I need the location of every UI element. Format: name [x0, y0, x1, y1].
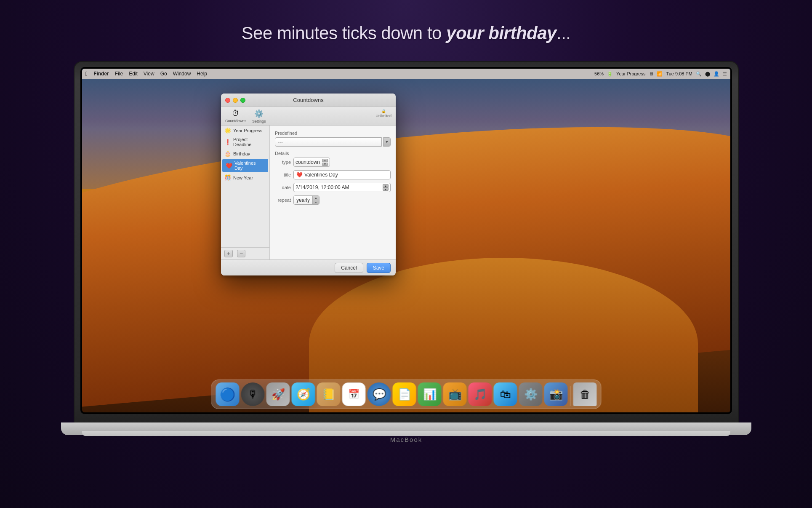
type-field-label: type: [275, 160, 291, 165]
menu-go[interactable]: Go: [160, 71, 167, 77]
sidebar-item-birthday[interactable]: 🎂 Birthday: [221, 149, 269, 158]
unlock-button[interactable]: 🔒 Unlimited: [375, 109, 391, 118]
battery-percent: 56%: [594, 71, 604, 76]
messages-icon: 💬: [373, 388, 386, 401]
dock-icon-keynote[interactable]: 📺: [443, 382, 467, 406]
dock-icon-numbers[interactable]: 📊: [418, 382, 442, 406]
sidebar: 🌟 Year Progress ❗ Project Deadline 🎂 Bir: [221, 126, 270, 259]
siri-icon: 🎙: [248, 388, 258, 401]
minimize-button[interactable]: [233, 98, 238, 103]
safari-icon: 🧭: [297, 388, 310, 401]
dock-icon-messages[interactable]: 💬: [367, 382, 391, 406]
menu-window[interactable]: Window: [173, 71, 191, 77]
predefined-label: Predefined: [275, 131, 391, 136]
predefined-value: ---: [278, 139, 283, 145]
main-content-area: Predefined --- ▼: [270, 126, 396, 259]
type-stepper-up[interactable]: ▲: [322, 159, 328, 162]
sidebar-item-valentines[interactable]: ❤️ Valentines Day: [222, 159, 268, 172]
title-field-label: title: [275, 172, 291, 177]
appstore-icon: 🛍: [500, 388, 511, 401]
dock-icon-notefile[interactable]: 📒: [317, 382, 341, 406]
deadline-label: Project Deadline: [233, 137, 266, 147]
valentines-label: Valentines Day: [234, 160, 265, 171]
save-button[interactable]: Save: [367, 263, 391, 273]
repeat-field-label: repeat: [275, 198, 291, 203]
dock-icon-googledocs[interactable]: 📄: [393, 382, 416, 406]
predefined-dropdown-arrow[interactable]: ▼: [383, 137, 391, 147]
type-select[interactable]: countdown ▲ ▼: [293, 158, 330, 167]
menu-file[interactable]: File: [115, 71, 123, 77]
countdowns-window: Countdowns ⏱ Countdowns ⚙️ Settings: [221, 94, 396, 275]
googledocs-icon: 📄: [398, 388, 411, 401]
type-stepper[interactable]: ▲ ▼: [322, 159, 328, 166]
details-label: Details: [275, 151, 391, 156]
date-stepper[interactable]: ▲ ▼: [383, 184, 389, 191]
date-stepper-up[interactable]: ▲: [383, 184, 389, 187]
spotlight-icon[interactable]: ⬤: [705, 71, 710, 77]
title-input[interactable]: ❤️ Valentines Day: [293, 170, 391, 179]
dock-icon-safari[interactable]: 🧭: [292, 382, 315, 406]
maximize-button[interactable]: [240, 98, 245, 103]
repeat-stepper[interactable]: ▲ ▼: [312, 196, 319, 204]
numbers-icon: 📊: [423, 388, 437, 401]
predefined-dropdown[interactable]: ---: [275, 137, 382, 147]
type-stepper-down[interactable]: ▼: [322, 163, 328, 166]
wifi-icon: 📶: [657, 71, 663, 77]
preferences-icon: ⚙️: [524, 388, 538, 401]
remove-item-button[interactable]: −: [237, 250, 245, 257]
newyear-icon: 🎊: [224, 174, 231, 181]
dock-icon-preferences[interactable]: ⚙️: [519, 382, 543, 406]
dock-icon-finder[interactable]: 🔵: [216, 382, 240, 406]
search-icon[interactable]: 🔍: [696, 71, 702, 77]
sidebar-item-yearprogress[interactable]: 🌟 Year Progress: [221, 126, 269, 135]
launchpad-icon: 🚀: [272, 388, 285, 401]
title-row: title ❤️ Valentines Day: [275, 170, 391, 179]
year-progress-label[interactable]: Year Progress: [616, 71, 645, 76]
menu-view[interactable]: View: [144, 71, 154, 77]
dock-icon-launchpad[interactable]: 🚀: [266, 382, 290, 406]
close-button[interactable]: [225, 98, 230, 103]
menu-help[interactable]: Help: [197, 71, 207, 77]
menu-bar:  Finder File Edit View Go Window Help 5…: [82, 69, 730, 79]
music-icon: 🎵: [474, 388, 487, 401]
menu-edit[interactable]: Edit: [129, 71, 138, 77]
apple-logo-icon[interactable]: : [85, 70, 88, 77]
menu-finder[interactable]: Finder: [93, 71, 109, 77]
deadline-icon: ❗: [224, 139, 231, 145]
date-input[interactable]: 2/14/2019, 12:00:00 AM ▲ ▼: [293, 183, 391, 192]
dock-icon-siri[interactable]: 🎙: [241, 382, 265, 406]
date-value: 2/14/2019, 12:00:00 AM: [296, 184, 381, 190]
title-value: Valentines Day: [304, 172, 338, 178]
list-icon[interactable]: ☰: [723, 71, 727, 77]
user-icon[interactable]: 👤: [713, 71, 719, 77]
sidebar-item-newyear[interactable]: 🎊 New Year: [221, 173, 269, 182]
repeat-stepper-up[interactable]: ▲: [313, 196, 319, 200]
settings-toolbar-btn[interactable]: ⚙️ Settings: [252, 109, 266, 123]
dock-icon-screenshot[interactable]: 📸: [544, 382, 568, 406]
repeat-select[interactable]: yearly ▲ ▼: [293, 195, 319, 205]
macbook-frame:  Finder File Edit View Go Window Help 5…: [74, 61, 739, 440]
menu-bar-right: 56% 🔋 Year Progress 🖥 📶 Tue 9:08 PM 🔍 ⬤ …: [594, 71, 727, 77]
newyear-label: New Year: [233, 175, 253, 180]
dock-icon-trash[interactable]: 🗑: [573, 382, 597, 406]
birthday-icon: 🎂: [224, 150, 231, 157]
details-section: Details type countdown ▲ ▼: [275, 151, 391, 254]
dock-icon-music[interactable]: 🎵: [469, 382, 492, 406]
repeat-row: repeat yearly ▲ ▼: [275, 195, 391, 205]
date-stepper-down[interactable]: ▼: [383, 187, 389, 191]
notefile-icon: 📒: [322, 388, 335, 401]
add-item-button[interactable]: +: [224, 250, 233, 257]
keynote-icon: 📺: [448, 388, 462, 401]
countdowns-toolbar-btn[interactable]: ⏱ Countdowns: [225, 109, 246, 123]
repeat-stepper-down[interactable]: ▼: [313, 200, 319, 204]
sidebar-item-deadline[interactable]: ❗ Project Deadline: [221, 135, 269, 149]
type-row: type countdown ▲ ▼: [275, 158, 391, 167]
page-heading: See minutes ticks down to your birthday.…: [242, 23, 571, 43]
dock-icon-appstore[interactable]: 🛍: [494, 382, 517, 406]
screen-bezel:  Finder File Edit View Go Window Help 5…: [80, 67, 732, 414]
dock-icon-calendar[interactable]: 📅: [342, 382, 366, 406]
type-value: countdown: [296, 159, 320, 165]
heading-text-bold: your birthday: [446, 23, 556, 43]
settings-label: Settings: [252, 119, 266, 123]
cancel-button[interactable]: Cancel: [335, 263, 363, 273]
